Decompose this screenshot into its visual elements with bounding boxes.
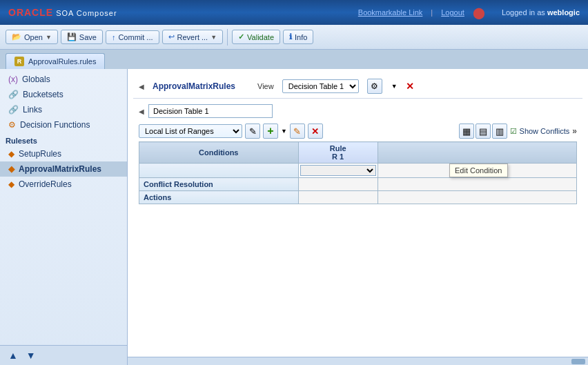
actions-row: Actions [139,191,577,204]
table-toolbar: Local List of Ranges ✎ + ▼ ✎ ✕ [139,124,577,139]
folder-icon: 📂 [12,32,21,41]
sidebar-item-approvalmatrixrules[interactable]: ◆ ApprovalMatrixRules [0,161,127,177]
app-header: ORACLE SOA Composer Bookmarkable Link | … [0,0,588,25]
dt-container: Conditions Rule R 1 [139,141,577,204]
edit-condition-button[interactable]: ✎ [290,124,305,139]
collapse-icon[interactable]: ◀ [139,83,144,90]
edit-icon: ✎ [293,126,301,137]
setuprules-icon: ◆ [8,149,14,159]
tab-bar: R ApprovalRules.rules [0,50,588,69]
revert-button[interactable]: ↩ Revert ... ▼ [162,30,224,44]
grid-icon-1[interactable]: ▦ [459,124,474,139]
save-button[interactable]: 💾 Save [61,30,103,44]
revert-dropdown-icon[interactable]: ▼ [210,34,217,41]
sidebar-item-decision-functions[interactable]: ⚙ Decision Functions [0,117,127,132]
scroll-down-button[interactable]: ▼ [23,348,39,362]
validate-button[interactable]: ✓ Validate [232,30,280,44]
close-rule-button[interactable]: ✕ [406,81,414,92]
header-separator: | [431,8,433,17]
actions-cell [298,191,378,204]
condition-row [139,164,577,178]
settings-icon: ⚙ [371,81,378,91]
rule-title: ApprovalMatrixRules [153,81,235,91]
commit-button[interactable]: ↑ Commit ... [106,30,159,44]
info-icon: ℹ [289,32,292,41]
expand-panel-icon[interactable]: » [572,126,577,136]
content-inner: ◀ ApprovalMatrixRules View Decision Tabl… [128,69,588,357]
dt-title-input[interactable] [148,104,273,118]
main-layout: (x) Globals 🔗 Bucketsets 🔗 Links ⚙ Decis… [0,69,588,365]
sidebar-item-overriderules[interactable]: ◆ OverrideRules [0,177,127,192]
tab-icon: R [14,57,24,66]
approval-rules-tab[interactable]: R ApprovalRules.rules [6,53,105,69]
view-dropdown-icon[interactable]: ▼ [391,83,398,90]
sidebar: (x) Globals 🔗 Bucketsets 🔗 Links ⚙ Decis… [0,69,128,365]
conflict-resolution-row: Conflict Resolution [139,178,577,191]
open-dropdown-icon[interactable]: ▼ [46,34,52,41]
sidebar-item-globals[interactable]: (x) Globals [0,72,127,87]
logged-in-text: Logged in as weblogic [502,8,580,17]
sidebar-item-setuprules[interactable]: ◆ SetupRules [0,146,127,161]
username: weblogic [547,8,580,17]
view-select[interactable]: Decision Table 1 [282,79,359,93]
bookmarkable-link[interactable]: Bookmarkable Link [358,8,423,17]
grid-icon-3[interactable]: ▥ [492,124,507,139]
condition-row-header [139,164,299,178]
save-icon: 💾 [67,32,77,41]
conditions-header: Conditions [139,142,299,164]
delete-row-button[interactable]: ✕ [308,124,323,139]
header-left: ORACLE SOA Composer [8,7,117,18]
header-right: Bookmarkable Link | Logout ⬤ Logged in a… [358,6,580,19]
table-icons-group: ▦ ▤ ▥ [459,124,507,139]
bucketsets-icon: 🔗 [8,90,19,99]
conflict-res-cell [298,178,378,191]
add-icon: + [267,125,273,137]
rules-header: Rule R 1 [298,142,378,164]
commit-icon: ↑ [112,33,116,41]
condition-input-cell[interactable] [298,164,378,178]
delete-icon: ✕ [311,126,319,137]
rulesets-label: Rulesets [0,132,127,146]
toolbar-separator-1 [227,29,228,46]
logout-icon: ⬤ [473,6,485,19]
main-toolbar: 📂 Open ▼ 💾 Save ↑ Commit ... ↩ Revert ..… [0,25,588,50]
sidebar-content: (x) Globals 🔗 Bucketsets 🔗 Links ⚙ Decis… [0,69,127,345]
view-settings-button[interactable]: ⚙ [367,79,382,94]
edit-list-button[interactable]: ✎ [245,124,260,139]
decision-functions-icon: ⚙ [8,120,16,130]
show-conflicts-toggle[interactable]: ☑ Show Conflicts [510,127,570,136]
conflict-res-empty [378,178,576,191]
add-row-button[interactable]: + [263,124,278,139]
content-area: ◀ ApprovalMatrixRules View Decision Tabl… [128,69,588,365]
checkbox-icon: ☑ [510,127,517,136]
horizontal-scrollbar[interactable] [128,357,588,365]
oracle-logo: ORACLE SOA Composer [8,7,117,18]
scroll-up-button[interactable]: ▲ [6,348,21,362]
condition-value-select[interactable] [300,165,376,176]
empty-col-header [378,142,576,164]
conflict-resolution-header: Conflict Resolution [139,178,299,191]
rule-header: ◀ ApprovalMatrixRules View Decision Tabl… [133,75,582,99]
dt-section: ◀ Local List of Ranges ✎ + ▼ [133,99,582,210]
info-button[interactable]: ℹ Info [283,30,313,44]
view-label: View [257,82,274,90]
add-dropdown-icon[interactable]: ▼ [281,128,287,135]
scroll-thumb[interactable] [571,359,585,364]
actions-empty [378,191,576,204]
approvalmatrix-icon: ◆ [8,164,14,174]
overriderules-icon: ◆ [8,179,14,189]
revert-icon: ↩ [168,32,175,41]
sidebar-item-bucketsets[interactable]: 🔗 Bucketsets [0,87,127,102]
pencil-icon: ✎ [249,126,257,137]
dt-collapse-icon[interactable]: ◀ [139,108,144,115]
validate-check-icon: ✓ [238,32,244,41]
actions-header: Actions [139,191,299,204]
grid-icon-2[interactable]: ▤ [476,124,491,139]
sidebar-footer: ▲ ▼ [0,345,127,365]
open-button[interactable]: 📂 Open ▼ [6,30,58,44]
logout-link[interactable]: Logout [441,8,464,17]
dt-title-row: ◀ [139,104,577,118]
sidebar-item-links[interactable]: 🔗 Links [0,102,127,117]
list-of-ranges-select[interactable]: Local List of Ranges [139,124,242,138]
links-icon: 🔗 [8,105,19,115]
